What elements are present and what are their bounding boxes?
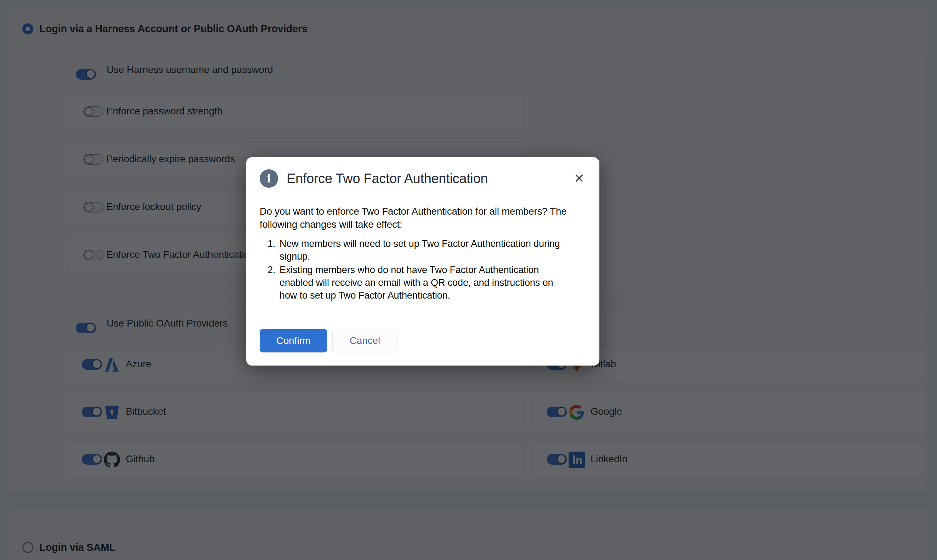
dialog-intro-text: Do you want to enforce Two Factor Authen… bbox=[260, 205, 586, 231]
dialog-title: Enforce Two Factor Authentication bbox=[286, 171, 488, 186]
confirm-button[interactable]: Confirm bbox=[260, 329, 327, 352]
info-icon: i bbox=[260, 169, 278, 188]
close-icon[interactable]: ✕ bbox=[572, 171, 586, 186]
list-item: Existing members who do not have Two Fac… bbox=[278, 263, 571, 302]
cancel-button[interactable]: Cancel bbox=[332, 329, 397, 352]
list-item: New members will need to set up Two Fact… bbox=[278, 237, 571, 263]
dialog-footer: Confirm Cancel bbox=[260, 329, 397, 352]
dialog-change-list: New members will need to set up Two Fact… bbox=[260, 237, 571, 303]
dialog-header: i Enforce Two Factor Authentication ✕ bbox=[260, 169, 586, 188]
enforce-2fa-dialog: i Enforce Two Factor Authentication ✕ Do… bbox=[246, 157, 599, 366]
